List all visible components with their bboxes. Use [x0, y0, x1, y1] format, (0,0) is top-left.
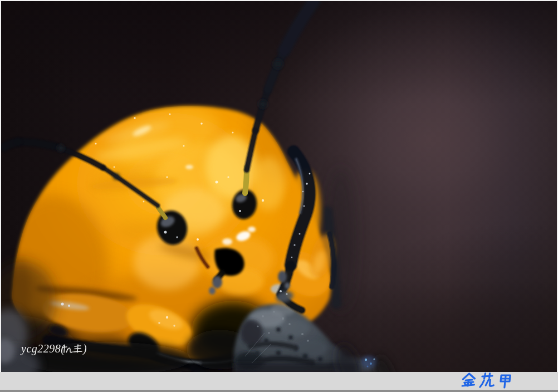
svg-text:ycg2298(: ycg2298(: [20, 342, 65, 355]
svg-text:): ): [82, 342, 87, 355]
